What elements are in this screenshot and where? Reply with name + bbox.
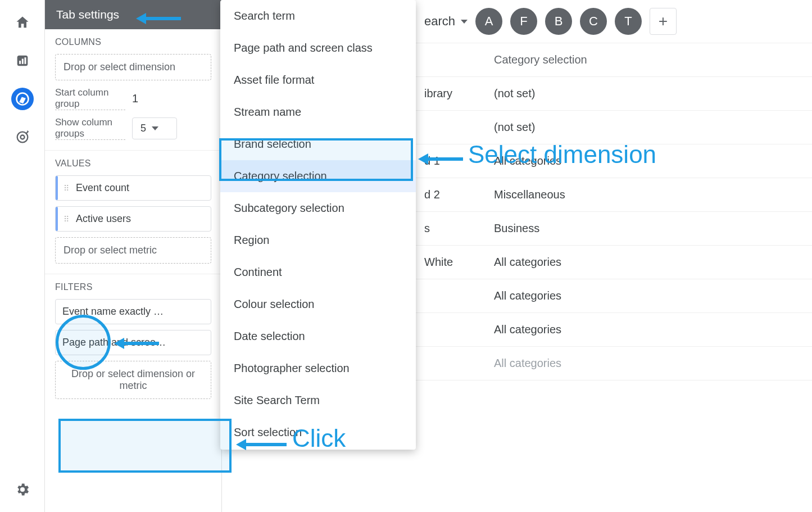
chip-label: Active users: [76, 213, 131, 225]
cell-b: Miscellaneous: [486, 178, 812, 211]
reports-icon[interactable]: [11, 49, 34, 72]
dimension-option[interactable]: Date selection: [220, 320, 416, 352]
segment-badge[interactable]: F: [510, 8, 537, 35]
values-section: VALUES ⠿Event count⠿Active users Drop or…: [45, 151, 221, 274]
svg-point-6: [20, 135, 24, 139]
chip-label: Event name exactly …: [62, 306, 164, 318]
explore-icon[interactable]: [11, 88, 34, 110]
cell-b: All categories: [486, 347, 812, 380]
dimension-option[interactable]: Colour selection: [220, 288, 416, 320]
chip-label: Event count: [76, 182, 129, 194]
dimension-option[interactable]: Category selection: [220, 160, 416, 192]
segment-badge[interactable]: B: [545, 8, 572, 35]
svg-rect-1: [19, 61, 21, 64]
chevron-down-icon: [461, 20, 468, 24]
dimension-option[interactable]: Page path and screen class: [220, 32, 416, 64]
segment-badge[interactable]: T: [615, 8, 642, 35]
columns-dropzone[interactable]: Drop or select dimension: [55, 54, 211, 80]
filters-label: FILTERS: [55, 282, 211, 292]
chevron-down-icon: [152, 126, 158, 130]
cell-b: Business: [486, 212, 812, 245]
dimension-option[interactable]: Status selection: [220, 448, 416, 450]
columns-label: COLUMNS: [55, 37, 211, 47]
dimension-dropdown-scroll[interactable]: Search termPage path and screen classAss…: [220, 0, 416, 450]
settings-icon[interactable]: [11, 478, 34, 501]
columns-section: COLUMNS Drop or select dimension Start c…: [45, 29, 221, 151]
dimension-option[interactable]: Site Search Term: [220, 384, 416, 416]
dimension-option[interactable]: Stream name: [220, 96, 416, 128]
show-column-groups-value: 5: [140, 123, 146, 134]
cell-b: All categories: [486, 144, 812, 178]
dimension-option[interactable]: Sort selection: [220, 416, 416, 448]
values-dropzone[interactable]: Drop or select metric: [55, 237, 211, 264]
dimension-option[interactable]: Photographer selection: [220, 352, 416, 384]
value-chip[interactable]: ⠿Event count: [55, 175, 211, 201]
advertising-icon[interactable]: [11, 126, 34, 148]
show-column-groups-label: Show column groups: [55, 117, 125, 140]
segment-badge[interactable]: A: [475, 8, 502, 35]
show-column-groups-select[interactable]: 5: [132, 117, 177, 139]
segment-badge[interactable]: C: [580, 8, 607, 35]
cell-b: All categories: [486, 279, 812, 312]
value-chip[interactable]: ⠿Active users: [55, 206, 211, 232]
cell-b: All categories: [486, 313, 812, 346]
cell-b: (not set): [486, 77, 812, 110]
filter-chip[interactable]: Event name exactly …: [55, 299, 211, 324]
dimension-dropdown: Search termPage path and screen classAss…: [220, 0, 416, 450]
left-rail: [0, 0, 45, 512]
panel-header: Tab settings: [45, 0, 221, 29]
segment-label: earch: [424, 14, 455, 29]
drag-handle-icon: ⠿: [63, 187, 70, 190]
dimension-option[interactable]: Subcategory selection: [220, 192, 416, 224]
add-segment-button[interactable]: +: [650, 8, 677, 35]
dimension-option[interactable]: Continent: [220, 256, 416, 288]
filters-dropzone[interactable]: Drop or select dimension or metric: [55, 361, 211, 399]
start-column-group-label: Start column group: [55, 87, 125, 110]
table-header-b: Category selection: [486, 43, 812, 76]
start-column-group-value[interactable]: 1: [132, 92, 138, 105]
dimension-option[interactable]: Brand selection: [220, 128, 416, 160]
segment-chip[interactable]: earch: [424, 14, 468, 29]
cell-b: All categories: [486, 246, 812, 279]
svg-rect-3: [24, 57, 26, 64]
chip-label: Page path and scree…: [62, 337, 166, 348]
dimension-option[interactable]: Region: [220, 224, 416, 256]
svg-rect-2: [21, 59, 23, 64]
cell-b: (not set): [486, 111, 812, 144]
filter-chip[interactable]: Page path and scree…: [55, 330, 211, 355]
dimension-option[interactable]: Search term: [220, 0, 416, 32]
dimension-option[interactable]: Asset file format: [220, 64, 416, 96]
values-label: VALUES: [55, 158, 211, 169]
tab-settings-panel: Tab settings COLUMNS Drop or select dime…: [45, 0, 222, 512]
home-icon[interactable]: [11, 11, 34, 34]
filters-section: FILTERS Event name exactly …Page path an…: [45, 274, 221, 409]
drag-handle-icon: ⠿: [63, 218, 70, 221]
